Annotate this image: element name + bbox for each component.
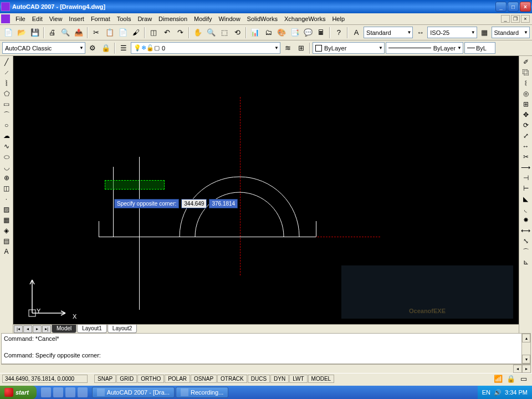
mdi-restore[interactable]: ❐	[511, 15, 520, 23]
table-style-dropdown[interactable]: Standard▼	[492, 27, 530, 38]
tray-clock[interactable]: 3:34 PM	[505, 389, 528, 396]
quicklaunch-4[interactable]	[78, 387, 88, 397]
tab-layout2[interactable]: Layout2	[108, 325, 137, 333]
comm-center-icon[interactable]: 📶	[492, 373, 504, 385]
text-style-icon[interactable]: A	[350, 27, 362, 39]
block-icon[interactable]: ◫	[147, 27, 160, 39]
menu-help[interactable]: Help	[329, 14, 348, 23]
quicklaunch-3[interactable]	[65, 387, 75, 397]
cmd-scroll-down[interactable]: ▾	[522, 355, 530, 364]
menu-xchangeworks[interactable]: XchangeWorks	[281, 14, 329, 23]
table-icon[interactable]: ▤	[1, 236, 12, 246]
lock-ui-icon[interactable]: 🔒	[505, 373, 517, 385]
menu-window[interactable]: Window	[215, 14, 243, 23]
tab-first[interactable]: |◂	[14, 325, 23, 333]
quicklaunch-2[interactable]	[53, 387, 63, 397]
ortho-toggle[interactable]: ORTHO	[137, 375, 164, 383]
menu-insert[interactable]: Insert	[65, 14, 88, 23]
calc-icon[interactable]: 🖩	[315, 27, 328, 39]
lwt-toggle[interactable]: LWT	[289, 375, 307, 383]
table-style-icon[interactable]: ▦	[478, 27, 490, 39]
layer-manager-icon[interactable]: ☰	[117, 42, 130, 54]
workspace-settings-icon[interactable]: ⚙	[86, 42, 99, 54]
mdi-close[interactable]: ×	[521, 15, 530, 23]
workspace-lock-icon[interactable]: 🔒	[100, 42, 112, 54]
open-icon[interactable]: 📂	[16, 27, 28, 39]
minimize-button[interactable]: _	[495, 2, 507, 12]
menu-edit[interactable]: Edit	[29, 14, 46, 23]
ducs-toggle[interactable]: DUCS	[248, 375, 270, 383]
menu-modify[interactable]: Modify	[191, 14, 215, 23]
system-tray[interactable]: EN 🔊 3:34 PM	[478, 386, 532, 399]
text-style-dropdown[interactable]: Standard▼	[364, 27, 413, 38]
zoom-win-icon[interactable]: ⬚	[218, 27, 231, 39]
gradient-icon[interactable]: ▦	[1, 215, 12, 225]
maximize-button[interactable]: □	[508, 2, 519, 12]
model-toggle[interactable]: MODEL	[308, 375, 335, 383]
join-icon[interactable]: ⊢	[520, 183, 531, 193]
menu-format[interactable]: Format	[88, 14, 114, 23]
copy-icon[interactable]: 📋	[104, 27, 116, 39]
dim-arc-icon[interactable]: ⌒	[520, 247, 531, 257]
plot-icon[interactable]: 🖨	[47, 27, 59, 39]
menu-solidworks[interactable]: SolidWorks	[244, 14, 281, 23]
save-icon[interactable]: 💾	[29, 27, 41, 39]
mdi-minimize[interactable]: _	[501, 15, 510, 23]
insert-icon[interactable]: ⊕	[1, 173, 12, 183]
array-icon[interactable]: ⊞	[520, 99, 531, 109]
xline-icon[interactable]: ⟋	[1, 68, 12, 78]
trim-icon[interactable]: ✂	[520, 152, 531, 162]
paste-icon[interactable]: 📄	[117, 27, 129, 39]
help-icon[interactable]: ?	[332, 27, 345, 39]
rectangle-icon[interactable]: ▭	[1, 99, 12, 109]
zoom-prev-icon[interactable]: ⟲	[232, 27, 244, 39]
break-icon[interactable]: ⊣	[520, 173, 531, 183]
dim-style-dropdown[interactable]: ISO-25▼	[427, 27, 477, 38]
tab-prev[interactable]: ◂	[23, 325, 32, 333]
dim-style-icon[interactable]: ↔	[414, 27, 426, 39]
mirror-icon[interactable]: ⧙	[520, 78, 531, 88]
mtext-icon[interactable]: A	[1, 247, 12, 257]
tab-layout1[interactable]: Layout1	[77, 325, 107, 333]
osnap-toggle[interactable]: OSNAP	[191, 375, 217, 383]
menu-view[interactable]: View	[46, 14, 66, 23]
pan-icon[interactable]: ✋	[192, 27, 204, 39]
color-dropdown[interactable]: ByLayer▼	[313, 42, 385, 54]
tab-next[interactable]: ▸	[33, 325, 42, 333]
explode-icon[interactable]: ✸	[520, 215, 531, 225]
cmd-scroll-up[interactable]: ▴	[522, 334, 530, 342]
menu-draw[interactable]: Draw	[134, 14, 155, 23]
close-button[interactable]: ×	[520, 2, 531, 12]
lineweight-dropdown[interactable]: ByL	[464, 42, 495, 54]
quicklaunch-1[interactable]	[41, 387, 51, 397]
cmd-scroll-right[interactable]: ▸	[522, 365, 531, 373]
dim-linear-icon[interactable]: ⟷	[520, 226, 531, 236]
cut-icon[interactable]: ✂	[90, 27, 103, 39]
undo-icon[interactable]: ↶	[161, 27, 173, 39]
menu-file[interactable]: File	[12, 14, 29, 23]
command-text[interactable]: Command: *Cancel* Command: Specify oppos…	[2, 334, 521, 364]
dim-ordinate-icon[interactable]: ⊾	[520, 257, 531, 267]
dyn-toggle[interactable]: DYN	[270, 375, 289, 383]
layer-states-icon[interactable]: ⊞	[295, 42, 307, 54]
grid-toggle[interactable]: GRID	[116, 375, 137, 383]
region-icon[interactable]: ◈	[1, 226, 12, 236]
ellipse-icon[interactable]: ⬭	[1, 152, 12, 162]
publish-icon[interactable]: 📤	[73, 27, 85, 39]
markup-icon[interactable]: 💬	[302, 27, 314, 39]
design-center-icon[interactable]: 🗂	[262, 27, 274, 39]
new-icon[interactable]: 📄	[2, 27, 14, 39]
stretch-icon[interactable]: ↔	[520, 141, 531, 151]
tab-last[interactable]: ▸|	[42, 325, 51, 333]
clean-screen-icon[interactable]: ▭	[518, 373, 530, 385]
start-button[interactable]: start	[0, 386, 37, 399]
linetype-dropdown[interactable]: ByLayer▼	[386, 42, 463, 54]
erase-icon[interactable]: ✐	[520, 57, 531, 67]
coordinates[interactable]: 344.6490, 376.1814, 0.0000	[2, 375, 88, 383]
offset-icon[interactable]: ◎	[520, 89, 531, 99]
tray-icon[interactable]: 🔊	[494, 389, 502, 396]
rotate-icon[interactable]: ⟳	[520, 120, 531, 130]
line-icon[interactable]: ╱	[1, 57, 12, 67]
command-window[interactable]: Command: *Cancel* Command: Specify oppos…	[1, 333, 531, 364]
layer-dropdown[interactable]: 💡❄🔓▢ 0▼	[131, 42, 280, 54]
